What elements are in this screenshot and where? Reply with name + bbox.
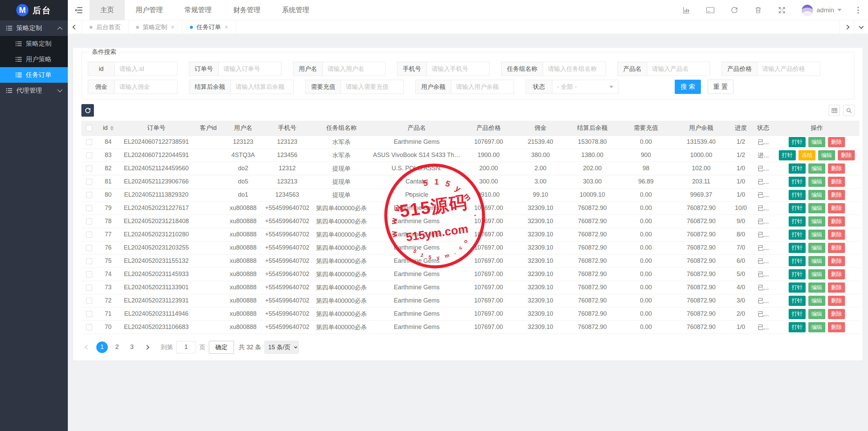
next-page-icon[interactable] xyxy=(141,341,153,353)
action-inject-button[interactable]: 打针 xyxy=(789,243,806,253)
action-delete-button[interactable]: 删除 xyxy=(828,216,845,227)
row-checkbox[interactable] xyxy=(86,192,92,198)
search-button[interactable]: 搜 索 xyxy=(675,80,701,94)
tab-home[interactable]: 后台首页 xyxy=(82,20,129,34)
search-icon[interactable] xyxy=(843,105,854,116)
action-freeze-button[interactable]: 冻结 xyxy=(798,150,815,160)
action-edit-button[interactable]: 编辑 xyxy=(808,216,825,227)
action-delete-button[interactable]: 删除 xyxy=(828,203,845,213)
more-icon[interactable] xyxy=(857,6,859,14)
nav-item-finance-mgmt[interactable]: 财务管理 xyxy=(222,0,271,20)
action-delete-button[interactable]: 删除 xyxy=(828,137,845,147)
row-checkbox[interactable] xyxy=(86,311,92,317)
action-edit-button[interactable]: 编辑 xyxy=(808,203,825,213)
user-menu[interactable]: admin xyxy=(802,4,842,16)
action-edit-button[interactable]: 编辑 xyxy=(818,150,835,160)
page-2-button[interactable]: 2 xyxy=(111,341,123,353)
tab-task-orders[interactable]: 任务订单× xyxy=(182,20,236,34)
action-delete-button[interactable]: 删除 xyxy=(828,269,845,279)
close-icon[interactable]: × xyxy=(225,24,229,30)
action-edit-button[interactable]: 编辑 xyxy=(808,230,825,240)
sort-icon[interactable] xyxy=(110,126,114,131)
filter-commission-input[interactable] xyxy=(114,80,177,94)
nav-item-system-mgmt[interactable]: 系统管理 xyxy=(271,0,320,20)
nav-item-home[interactable]: 主页 xyxy=(90,0,125,20)
filter-id-input[interactable] xyxy=(114,62,177,76)
columns-icon[interactable] xyxy=(829,105,840,116)
row-checkbox[interactable] xyxy=(86,205,92,211)
action-delete-button[interactable]: 删除 xyxy=(828,256,845,266)
card-icon[interactable] xyxy=(706,6,715,14)
row-checkbox[interactable] xyxy=(86,258,92,264)
tabs-scroll-left-icon[interactable] xyxy=(68,20,82,34)
row-checkbox[interactable] xyxy=(86,324,92,330)
trash-icon[interactable] xyxy=(754,6,762,14)
row-checkbox[interactable] xyxy=(86,165,92,172)
action-delete-button[interactable]: 删除 xyxy=(828,282,845,293)
action-edit-button[interactable]: 编辑 xyxy=(808,177,825,187)
action-inject-button[interactable]: 打针 xyxy=(789,203,806,213)
filter-need-recharge-input[interactable] xyxy=(341,80,404,94)
action-edit-button[interactable]: 编辑 xyxy=(808,269,825,279)
tab-strategy[interactable]: 策略定制× xyxy=(129,20,182,34)
action-inject-button[interactable]: 打针 xyxy=(789,163,806,174)
sidebar-item-user-strategy[interactable]: 用户策略 xyxy=(0,52,68,67)
row-checkbox[interactable] xyxy=(86,218,92,224)
tabs-scroll-right-icon[interactable] xyxy=(840,20,854,34)
row-checkbox[interactable] xyxy=(86,232,92,238)
nav-item-general-mgmt[interactable]: 常规管理 xyxy=(174,0,222,20)
action-delete-button[interactable]: 删除 xyxy=(828,190,845,200)
chart-icon[interactable] xyxy=(682,6,690,14)
tabs-menu-icon[interactable] xyxy=(854,20,868,34)
action-edit-button[interactable]: 编辑 xyxy=(808,137,825,147)
row-checkbox[interactable] xyxy=(86,285,92,291)
action-inject-button[interactable]: 打针 xyxy=(789,177,806,187)
row-checkbox[interactable] xyxy=(86,245,92,251)
action-delete-button[interactable]: 删除 xyxy=(828,296,845,306)
action-inject-button[interactable]: 打针 xyxy=(789,137,806,147)
action-inject-button[interactable]: 打针 xyxy=(789,230,806,240)
action-delete-button[interactable]: 删除 xyxy=(828,309,845,319)
sidebar-collapse-icon[interactable] xyxy=(68,0,90,20)
action-inject-button[interactable]: 打针 xyxy=(789,282,806,293)
action-edit-button[interactable]: 编辑 xyxy=(808,190,825,200)
action-inject-button[interactable]: 打针 xyxy=(789,190,806,200)
refresh-icon[interactable] xyxy=(730,6,738,14)
action-edit-button[interactable]: 编辑 xyxy=(808,282,825,293)
action-edit-button[interactable]: 编辑 xyxy=(808,243,825,253)
filter-username-input[interactable] xyxy=(322,62,386,76)
status-select[interactable]: - 全部 - xyxy=(552,80,618,94)
filter-settle-balance-input[interactable] xyxy=(231,80,294,94)
select-all-checkbox[interactable] xyxy=(86,125,92,131)
sidebar-group-strategy[interactable]: 策略定制 xyxy=(0,20,68,36)
page-1-button[interactable]: 1 xyxy=(96,341,108,353)
action-delete-button[interactable]: 删除 xyxy=(828,177,845,187)
action-inject-button[interactable]: 打针 xyxy=(789,309,806,319)
row-checkbox[interactable] xyxy=(86,298,92,304)
action-delete-button[interactable]: 删除 xyxy=(828,163,845,174)
row-checkbox[interactable] xyxy=(86,139,92,145)
action-edit-button[interactable]: 编辑 xyxy=(808,163,825,174)
action-edit-button[interactable]: 编辑 xyxy=(808,256,825,266)
filter-phone-input[interactable] xyxy=(427,62,490,76)
action-delete-button[interactable]: 删除 xyxy=(828,230,845,240)
action-inject-button[interactable]: 打针 xyxy=(779,150,796,160)
goto-confirm-button[interactable]: 确定 xyxy=(209,341,234,354)
action-edit-button[interactable]: 编辑 xyxy=(808,322,825,332)
action-edit-button[interactable]: 编辑 xyxy=(808,296,825,306)
reset-button[interactable]: 重 置 xyxy=(708,80,733,94)
fullscreen-icon[interactable] xyxy=(778,6,786,14)
row-checkbox[interactable] xyxy=(86,179,92,185)
action-delete-button[interactable]: 删除 xyxy=(828,322,845,332)
action-delete-button[interactable]: 删除 xyxy=(828,243,845,253)
action-delete-button[interactable]: 删除 xyxy=(838,150,855,160)
action-inject-button[interactable]: 打针 xyxy=(789,296,806,306)
logo[interactable]: M 后台 xyxy=(0,0,68,20)
sidebar-item-task-orders[interactable]: 任务订单 xyxy=(0,67,68,83)
goto-page-input[interactable] xyxy=(176,341,196,353)
filter-task-group-input[interactable] xyxy=(543,62,606,76)
close-icon[interactable]: × xyxy=(171,24,175,30)
action-inject-button[interactable]: 打针 xyxy=(789,216,806,227)
filter-price-input[interactable] xyxy=(757,62,820,76)
page-size-select[interactable]: 15 条/页 xyxy=(264,341,299,354)
